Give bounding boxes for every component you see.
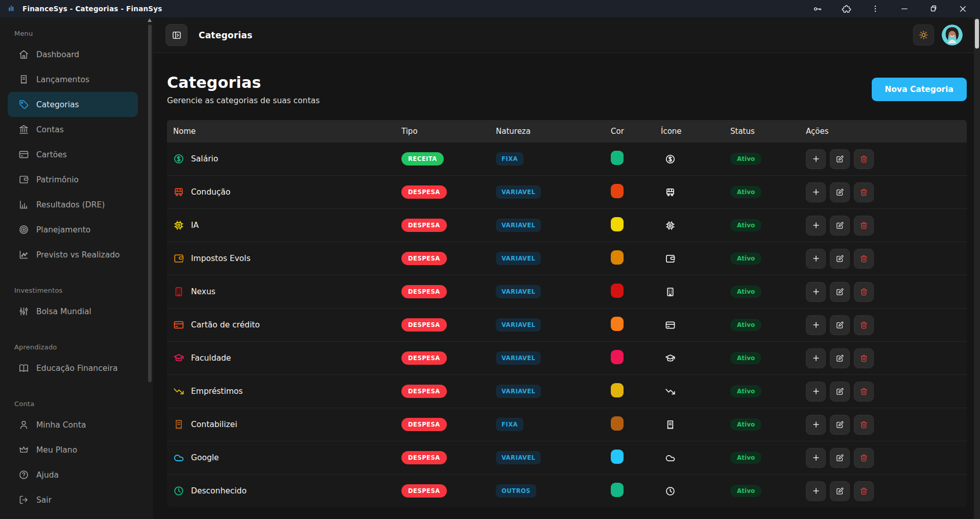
sidebar-scrollbar-thumb[interactable]	[148, 25, 152, 382]
sidebar-item-label: Educação Financeira	[36, 364, 117, 373]
delete-button[interactable]	[854, 149, 874, 169]
add-subcategory-button[interactable]	[806, 481, 826, 501]
color-swatch	[611, 184, 624, 198]
add-subcategory-button[interactable]	[806, 382, 826, 402]
close-button[interactable]	[958, 4, 968, 14]
page-title: Categorias	[167, 74, 320, 91]
tipo-badge: DESPESA	[401, 285, 447, 298]
category-name: Faculdade	[191, 353, 231, 363]
tipo-badge: DESPESA	[401, 484, 447, 498]
sidebar-item-categorias[interactable]: Categorias	[8, 92, 138, 117]
sidebar-item-dashboard[interactable]: Dashboard	[8, 42, 138, 67]
edit-button[interactable]	[830, 216, 850, 235]
column-header-status: Status	[730, 127, 806, 136]
trending-down-icon	[173, 386, 184, 397]
table-row-faculdade: FaculdadeDESPESAVARIAVELAtivo	[167, 341, 967, 374]
add-subcategory-button[interactable]	[806, 216, 826, 235]
edit-button[interactable]	[830, 448, 850, 468]
sidebar-item-meu-plano[interactable]: Meu Plano	[8, 437, 138, 462]
building-icon	[173, 286, 184, 297]
sidebar: MenuDashboardLançamentosCategoriasContas…	[0, 17, 153, 519]
add-subcategory-button[interactable]	[806, 149, 826, 169]
add-subcategory-button[interactable]	[806, 282, 826, 302]
extensions-puzzle-icon[interactable]	[841, 4, 851, 14]
clock-icon	[665, 486, 676, 497]
delete-button[interactable]	[854, 348, 874, 368]
status-badge: Ativo	[730, 485, 761, 497]
delete-button[interactable]	[854, 382, 874, 402]
sidebar-item-ajuda[interactable]: Ajuda	[8, 462, 138, 487]
edit-button[interactable]	[830, 249, 850, 269]
delete-button[interactable]	[854, 182, 874, 202]
new-category-button[interactable]: Nova Categoria	[872, 78, 967, 101]
edit-button[interactable]	[830, 415, 850, 435]
edit-button[interactable]	[830, 481, 850, 501]
home-icon	[18, 49, 29, 60]
window-titlebar: FinanceSys - Categorias - FinanSys	[0, 0, 980, 17]
user-icon	[18, 419, 29, 430]
window-scrollbar[interactable]	[974, 17, 980, 519]
status-badge: Ativo	[730, 452, 761, 464]
sidebar-toggle-button[interactable]	[165, 24, 187, 46]
table-row-emprestimos: EmpréstimosDESPESAVARIAVELAtivo	[167, 374, 967, 408]
sidebar-item-bolsa-mundial[interactable]: Bolsa Mundial	[8, 299, 138, 324]
wallet-icon	[18, 174, 29, 185]
column-header-icone: Ícone	[661, 127, 730, 136]
bus-icon	[173, 186, 184, 198]
add-subcategory-button[interactable]	[806, 415, 826, 435]
tipo-badge: DESPESA	[401, 252, 447, 265]
edit-button[interactable]	[830, 348, 850, 368]
tipo-badge: DESPESA	[401, 219, 447, 232]
sidebar-item-planejamento[interactable]: Planejamento	[8, 217, 138, 242]
delete-button[interactable]	[854, 282, 874, 302]
sidebar-item-label: Dashboard	[36, 50, 79, 59]
delete-button[interactable]	[854, 315, 874, 335]
sidebar-item-minha-conta[interactable]: Minha Conta	[8, 412, 138, 437]
natureza-badge: VARIAVEL	[496, 219, 541, 232]
color-swatch	[611, 450, 624, 464]
edit-button[interactable]	[830, 149, 850, 169]
sidebar-item-patrimonio[interactable]: Patrimônio	[8, 167, 138, 192]
delete-button[interactable]	[854, 415, 874, 435]
delete-button[interactable]	[854, 249, 874, 269]
add-subcategory-button[interactable]	[806, 315, 826, 335]
add-subcategory-button[interactable]	[806, 182, 826, 202]
edit-button[interactable]	[830, 315, 850, 335]
sidebar-item-resultados-dre[interactable]: Resultados (DRE)	[8, 192, 138, 217]
window-controls	[812, 4, 975, 14]
sidebar-item-lancamentos[interactable]: Lançamentos	[8, 67, 138, 92]
add-subcategory-button[interactable]	[806, 249, 826, 269]
delete-button[interactable]	[854, 481, 874, 501]
minimize-button[interactable]	[899, 4, 910, 14]
status-badge: Ativo	[730, 153, 761, 165]
restore-button[interactable]	[928, 4, 939, 14]
category-name: Desconhecido	[191, 486, 247, 496]
table-row-google: GoogleDESPESAVARIAVELAtivo	[167, 441, 967, 474]
sidebar-scrollbar[interactable]	[148, 17, 152, 519]
add-subcategory-button[interactable]	[806, 448, 826, 468]
edit-button[interactable]	[830, 382, 850, 402]
password-key-icon[interactable]	[812, 4, 822, 14]
sidebar-item-cartoes[interactable]: Cartões	[8, 142, 138, 167]
sidebar-item-educacao-financeira[interactable]: Educação Financeira	[8, 356, 138, 381]
sidebar-item-label: Patrimônio	[36, 175, 79, 184]
browser-menu-icon[interactable]	[870, 4, 880, 14]
user-avatar[interactable]	[942, 25, 963, 45]
edit-button[interactable]	[830, 282, 850, 302]
top-header: Categorias	[153, 17, 980, 53]
sidebar-item-previsto-vs-realizado[interactable]: Previsto vs Realizado	[8, 242, 138, 267]
tipo-badge: DESPESA	[401, 351, 447, 365]
sidebar-item-contas[interactable]: Contas	[8, 117, 138, 142]
color-swatch	[611, 250, 624, 265]
column-header-nome: Nome	[173, 127, 401, 136]
window-scrollbar-thumb[interactable]	[975, 19, 979, 49]
add-subcategory-button[interactable]	[806, 348, 826, 368]
chart-dots-icon	[18, 249, 29, 260]
delete-button[interactable]	[854, 216, 874, 235]
edit-button[interactable]	[830, 182, 850, 202]
sidebar-item-sair[interactable]: Sair	[8, 487, 138, 512]
scroll-up-arrow-icon[interactable]	[148, 18, 152, 22]
delete-button[interactable]	[854, 448, 874, 468]
theme-toggle-button[interactable]	[913, 25, 934, 45]
crown-icon	[18, 444, 29, 455]
